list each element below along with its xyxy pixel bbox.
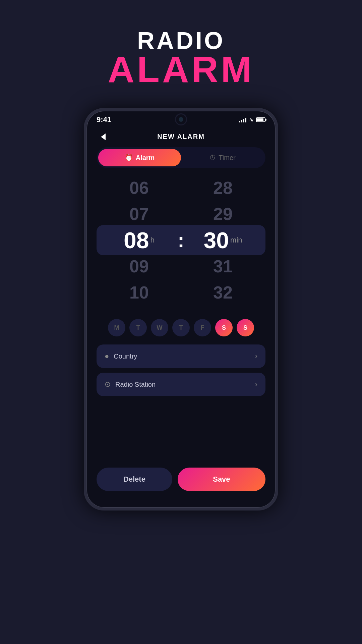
country-option-row[interactable]: ● Country › [97,344,265,368]
radio-station-option-row[interactable]: ⊙ Radio Station › [97,373,265,396]
radio-station-chevron-right-icon: › [255,380,257,389]
screen-title: NEW ALARM [157,133,205,141]
min-item-28: 28 [213,175,233,201]
save-button[interactable]: Save [178,468,265,491]
day-monday[interactable]: M [108,319,125,336]
radio-icon: ⊙ [105,380,111,389]
phone-mockup: 9:41 ∿ NEW ALARM [84,108,278,511]
time-separator: : [173,227,189,253]
signal-bar-1 [239,121,240,122]
app-title-section: RADIO ALARM [108,27,254,88]
time-columns: 06 07 08h 09 10 : 28 29 30min [97,175,265,306]
time-picker[interactable]: 06 07 08h 09 10 : 28 29 30min [97,175,265,306]
hour-item-10: 10 [129,279,149,306]
phone-content: NEW ALARM ⏰ Alarm ⏱ Timer 06 07 [86,124,276,501]
alarm-tab-label: Alarm [136,154,155,162]
hours-column[interactable]: 06 07 08h 09 10 [106,175,173,306]
battery-tip [265,119,266,121]
alarm-tab-icon: ⏰ [125,154,133,162]
battery-fill [257,118,263,121]
location-icon: ● [105,352,109,361]
days-row: M T W T F S S [97,319,265,336]
tab-timer[interactable]: ⏱ Timer [181,149,264,166]
camera-dot [179,117,183,122]
signal-bar-2 [241,120,242,122]
day-sunday[interactable]: S [237,319,254,336]
signal-bar-3 [243,119,244,122]
hour-item-07: 07 [129,201,149,227]
minutes-column[interactable]: 28 29 30min 31 32 [189,175,256,306]
hour-item-08-selected: 08h [124,227,155,253]
radio-station-option-left: ⊙ Radio Station [105,380,156,389]
day-thursday[interactable]: T [172,319,190,336]
app-title-alarm: ALARM [108,51,254,88]
radio-station-option-label: Radio Station [115,381,156,388]
min-item-29: 29 [213,201,233,227]
tab-alarm[interactable]: ⏰ Alarm [98,149,181,166]
back-chevron-icon [101,133,106,140]
back-button[interactable] [97,130,110,144]
status-icons: ∿ [239,117,265,123]
battery-icon [256,117,265,122]
screen-header: NEW ALARM [97,127,265,147]
timer-tab-icon: ⏱ [209,154,216,162]
wifi-icon: ∿ [249,117,253,123]
tab-container: ⏰ Alarm ⏱ Timer [97,147,265,168]
country-chevron-right-icon: › [255,352,257,361]
day-saturday[interactable]: S [215,319,233,336]
phone-notch [175,113,187,125]
min-item-32: 32 [213,279,233,306]
day-friday[interactable]: F [194,319,211,336]
country-option-label: Country [114,353,137,360]
hour-item-09: 09 [129,253,149,279]
signal-bars-icon [239,117,246,122]
signal-bar-4 [245,118,246,122]
min-item-31: 31 [213,253,233,279]
min-item-30-selected: 30min [203,227,242,253]
hour-item-06: 06 [129,175,149,201]
day-wednesday[interactable]: W [151,319,168,336]
day-tuesday[interactable]: T [129,319,147,336]
timer-tab-label: Timer [219,154,235,162]
bottom-buttons: Delete Save [97,468,265,494]
country-option-left: ● Country [105,352,137,361]
delete-button[interactable]: Delete [97,468,172,491]
status-time: 9:41 [97,115,111,124]
volume-button [277,171,278,198]
